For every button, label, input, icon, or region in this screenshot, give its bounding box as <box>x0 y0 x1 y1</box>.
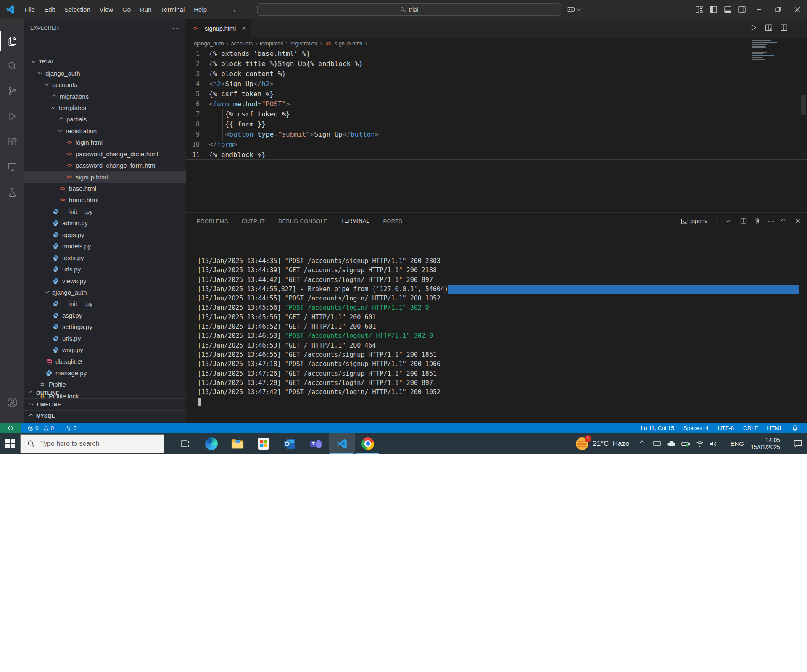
tab-signup-html[interactable]: <> signup.html × <box>186 19 251 38</box>
accounts-icon[interactable] <box>0 392 24 412</box>
code-line-1[interactable]: 1{% extends 'base.html' %} <box>186 49 807 59</box>
kill-terminal-icon[interactable] <box>754 217 760 225</box>
tree-file-wsgi-py[interactable]: wsgi.py <box>24 344 186 356</box>
explorer-more-actions-icon[interactable]: ··· <box>172 24 180 32</box>
code-line-2[interactable]: 2{% block title %}Sign Up{% endblock %} <box>186 59 807 69</box>
window-close-button[interactable] <box>788 0 807 19</box>
code-line-5[interactable]: 5{% csrf_token %} <box>186 89 807 99</box>
menu-run[interactable]: Run <box>135 0 156 19</box>
tab-close-icon[interactable]: × <box>242 24 246 33</box>
tree-file-tests-py[interactable]: tests.py <box>24 252 186 263</box>
tree-file--init-py[interactable]: __init__.py <box>24 298 186 309</box>
language-mode-status[interactable]: HTML <box>764 423 786 433</box>
sidebar-section-timeline[interactable]: TIMELINE <box>24 398 186 410</box>
remote-indicator[interactable] <box>0 423 21 433</box>
tree-file-urls-py[interactable]: urls.py <box>24 333 186 344</box>
nav-back-icon[interactable]: ← <box>232 5 240 14</box>
extensions-icon[interactable] <box>0 132 24 152</box>
tree-file-password-change-done-html[interactable]: <>password_change_done.html <box>24 148 186 160</box>
toggle-secondary-sidebar-icon[interactable] <box>735 0 749 19</box>
tree-file-models-py[interactable]: models.py <box>24 240 186 252</box>
remote-explorer-icon[interactable] <box>0 157 24 177</box>
terminal-dropdown-icon[interactable] <box>726 218 730 222</box>
tree-file--init-py[interactable]: __init__.py <box>24 206 186 217</box>
encoding-status[interactable]: UTF-8 <box>715 423 737 433</box>
explorer-icon[interactable] <box>0 31 24 51</box>
eol-status[interactable]: CRLF <box>740 423 761 433</box>
vscode-app-icon[interactable] <box>329 433 355 454</box>
tree-file-apps-py[interactable]: apps.py <box>24 229 186 240</box>
panel-tab-terminal[interactable]: TERMINAL <box>341 213 369 229</box>
customize-layout-icon[interactable] <box>692 0 706 19</box>
testing-icon[interactable] <box>0 182 24 202</box>
menu-view[interactable]: View <box>95 0 118 19</box>
panel-tab-output[interactable]: OUTPUT <box>242 213 265 229</box>
ports-status[interactable]: 0 <box>63 423 80 433</box>
tree-file-settings-py[interactable]: settings.py <box>24 321 186 332</box>
breadcrumb-item[interactable]: <>signup.html <box>324 40 362 47</box>
outlook-app-icon[interactable] <box>277 433 303 454</box>
tree-file-views-py[interactable]: views.py <box>24 275 186 286</box>
terminal-output[interactable]: [15/Jan/2025 13:44:35] "POST /accounts/s… <box>198 256 448 397</box>
action-center-button[interactable] <box>789 433 807 454</box>
chrome-app-icon[interactable] <box>355 433 381 454</box>
code-editor[interactable]: 1{% extends 'base.html' %}2{% block titl… <box>186 49 807 160</box>
minimap[interactable] <box>752 40 779 63</box>
breadcrumb-item[interactable]: registration <box>290 40 317 47</box>
start-button[interactable] <box>0 433 20 454</box>
panel-tab-debug-console[interactable]: DEBUG CONSOLE <box>278 213 327 229</box>
tree-file-asgi-py[interactable]: asgi.py <box>24 310 186 321</box>
tree-folder-django-auth[interactable]: django_auth <box>24 67 186 79</box>
panel-tab-ports[interactable]: PORTS <box>383 213 402 229</box>
tree-file-signup-html[interactable]: <>signup.html <box>24 171 186 182</box>
microsoft-store-app-icon[interactable] <box>251 433 277 454</box>
code-line-4[interactable]: 4<h2>Sign Up</h2> <box>186 79 807 89</box>
sidebar-section-mysql[interactable]: MYSQL <box>24 410 186 422</box>
toggle-sidebar-icon[interactable] <box>706 0 720 19</box>
cast-icon[interactable] <box>653 440 661 448</box>
nav-forward-icon[interactable]: → <box>245 5 253 14</box>
notifications-bell-icon[interactable] <box>789 423 801 433</box>
tree-file-base-html[interactable]: <>base.html <box>24 183 186 194</box>
tree-folder-partials[interactable]: partials <box>24 113 186 125</box>
tree-file-password-change-form-html[interactable]: <>password_change_form.html <box>24 160 186 171</box>
tree-file-home-html[interactable]: <>home.html <box>24 194 186 206</box>
maximize-panel-icon[interactable] <box>781 218 786 222</box>
run-file-icon[interactable] <box>749 24 757 33</box>
wifi-icon[interactable] <box>696 440 704 447</box>
taskbar-search-box[interactable]: Type here to search <box>20 434 164 453</box>
menu-help[interactable]: Help <box>189 0 211 19</box>
editor-more-actions-icon[interactable]: ··· <box>795 25 803 32</box>
keyboard-language[interactable]: ENG <box>730 440 744 447</box>
menu-file[interactable]: File <box>20 0 40 19</box>
tree-folder-trial[interactable]: TRIAL <box>24 56 186 67</box>
clock-widget[interactable]: 14:05 15/01/2025 <box>751 437 780 451</box>
split-editor-icon[interactable] <box>780 24 788 33</box>
terminal-shell-picker[interactable]: pipenv <box>681 218 707 224</box>
search-icon[interactable] <box>0 55 24 76</box>
code-line-6[interactable]: 6<form method="POST"> <box>186 99 807 109</box>
split-terminal-icon[interactable] <box>740 217 747 225</box>
tree-folder-migrations[interactable]: migrations <box>24 90 186 102</box>
code-line-8[interactable]: 8 {{ form }} <box>186 119 807 129</box>
tree-file-db-sqlite3[interactable]: db.sqlite3 <box>24 356 186 367</box>
tree-folder-django-auth[interactable]: django_auth <box>24 287 186 298</box>
menu-go[interactable]: Go <box>118 0 135 19</box>
code-line-3[interactable]: 3{% block content %} <box>186 69 807 79</box>
weather-widget[interactable]: 1 21°C Haze <box>576 437 629 450</box>
command-center-search[interactable]: trial <box>257 3 561 16</box>
source-control-icon[interactable] <box>0 81 24 101</box>
indentation-status[interactable]: Spaces: 4 <box>680 423 712 433</box>
new-terminal-icon[interactable]: + <box>715 216 719 226</box>
close-panel-icon[interactable]: × <box>796 217 800 226</box>
panel-more-actions-icon[interactable]: ··· <box>767 218 775 224</box>
tree-file-login-html[interactable]: <>login.html <box>24 137 186 148</box>
tree-file-admin-py[interactable]: admin.py <box>24 217 186 229</box>
tree-folder-accounts[interactable]: accounts <box>24 79 186 90</box>
tray-expand-icon[interactable] <box>640 440 644 445</box>
code-line-10[interactable]: 10</form> <box>186 140 807 150</box>
edge-app-icon[interactable] <box>198 433 224 454</box>
tree-folder-registration[interactable]: registration <box>24 125 186 137</box>
breadcrumb-item[interactable]: accounts <box>231 40 253 47</box>
problems-status[interactable]: 0 0 <box>25 423 57 433</box>
